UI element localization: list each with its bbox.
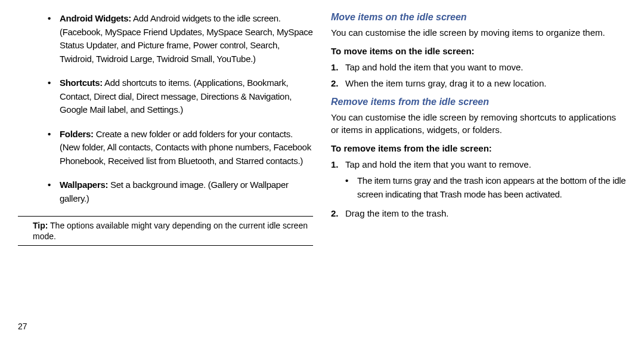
- remove-subheading: To remove items from the idle screen:: [331, 143, 626, 153]
- bullet-label: Wallpapers:: [60, 180, 108, 190]
- move-subheading: To move items on the idle screen:: [331, 46, 626, 56]
- right-column: Move items on the idle screen You can cu…: [331, 12, 626, 252]
- move-step-1: 1.Tap and hold the item that you want to…: [331, 61, 626, 73]
- bullet-shortcuts: Shortcuts: Add shortcuts to items. (Appl…: [48, 76, 313, 117]
- tip-label: Tip:: [33, 221, 48, 230]
- remove-step-2: 2.Drag the item to the trash.: [331, 207, 626, 220]
- remove-sub-bullet: The item turns gray and the trash icon a…: [331, 174, 626, 201]
- remove-subbullet-item: The item turns gray and the trash icon a…: [345, 174, 626, 201]
- bullet-text: Create a new folder or add folders for y…: [60, 129, 311, 166]
- remove-body: You can customise the idle screen by rem…: [331, 111, 626, 136]
- bullet-android-widgets: Android Widgets: Add Android widgets to …: [48, 12, 313, 66]
- tip-divider-bottom: [18, 245, 313, 246]
- feature-bullet-list: Android Widgets: Add Android widgets to …: [18, 12, 313, 205]
- remove-steps-2: 2.Drag the item to the trash.: [331, 207, 626, 220]
- remove-heading: Remove items from the idle screen: [331, 97, 626, 107]
- step-num: 2.: [331, 77, 339, 89]
- page-number: 27: [18, 322, 27, 331]
- bullet-label: Android Widgets:: [60, 13, 131, 23]
- move-heading: Move items on the idle screen: [331, 12, 626, 23]
- move-body: You can customise the idle screen by mov…: [331, 26, 626, 39]
- step-text: Tap and hold the item that you want to m…: [345, 62, 524, 72]
- tip-text: The options available might vary dependi…: [33, 221, 308, 241]
- step-text: When the item turns gray, drag it to a n…: [345, 78, 546, 88]
- left-column: Android Widgets: Add Android widgets to …: [18, 12, 313, 252]
- step-num: 1.: [331, 158, 339, 171]
- step-num: 1.: [331, 61, 339, 73]
- step-text: Drag the item to the trash.: [345, 208, 448, 218]
- tip-divider-top: [18, 216, 313, 217]
- bullet-folders: Folders: Create a new folder or add fold…: [48, 128, 313, 168]
- step-num: 2.: [331, 207, 339, 220]
- step-text: Tap and hold the item that you want to r…: [345, 159, 531, 169]
- remove-steps: 1.Tap and hold the item that you want to…: [331, 158, 626, 171]
- move-step-2: 2.When the item turns gray, drag it to a…: [331, 77, 626, 89]
- bullet-label: Folders:: [60, 129, 94, 139]
- page-columns: Android Widgets: Add Android widgets to …: [18, 12, 626, 252]
- remove-step-1: 1.Tap and hold the item that you want to…: [331, 158, 626, 171]
- move-steps: 1.Tap and hold the item that you want to…: [331, 61, 626, 89]
- bullet-wallpapers: Wallpapers: Set a background image. (Gal…: [48, 178, 313, 205]
- tip-box: Tip: The options available might vary de…: [18, 220, 313, 242]
- bullet-label: Shortcuts:: [60, 78, 103, 88]
